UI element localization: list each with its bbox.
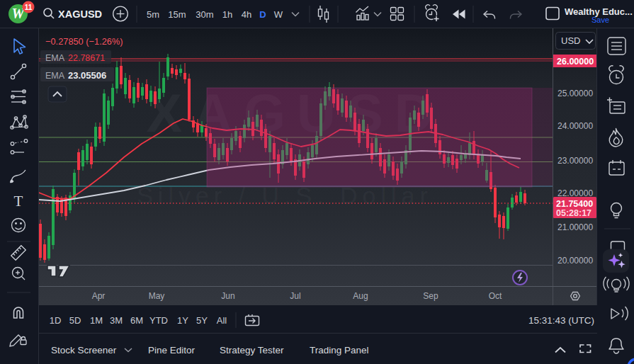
svg-text:Pine Editor: Pine Editor — [148, 345, 196, 356]
svg-text:30m: 30m — [196, 9, 213, 20]
svg-text:20.00000: 20.00000 — [557, 256, 593, 266]
svg-text:5m: 5m — [147, 9, 159, 20]
svg-text:Sep: Sep — [423, 291, 438, 301]
svg-text:6M: 6M — [130, 315, 143, 326]
svg-text:D: D — [259, 9, 266, 20]
svg-text:22.78671: 22.78671 — [68, 53, 105, 63]
svg-text:XAGUSD: XAGUSD — [58, 8, 102, 20]
svg-text:21.75400: 21.75400 — [556, 199, 593, 209]
svg-text:Oct: Oct — [489, 291, 502, 301]
svg-text:1Y: 1Y — [177, 315, 188, 326]
svg-text:W: W — [274, 9, 283, 20]
svg-text:23.05506: 23.05506 — [68, 70, 106, 81]
svg-text:EMA: EMA — [45, 53, 65, 63]
svg-text:26.00000: 26.00000 — [557, 57, 594, 67]
svg-text:All: All — [217, 315, 227, 326]
svg-text:Stock Screener: Stock Screener — [51, 345, 117, 356]
svg-text:Jul: Jul — [290, 291, 300, 301]
svg-text:05:28:17: 05:28:17 — [556, 208, 591, 218]
svg-text:1M: 1M — [90, 315, 103, 326]
svg-text:25.00000: 25.00000 — [557, 89, 593, 98]
svg-text:5Y: 5Y — [196, 315, 208, 326]
svg-text:23.00000: 23.00000 — [557, 156, 593, 166]
svg-text:1D: 1D — [50, 315, 62, 326]
svg-text:5D: 5D — [69, 315, 81, 326]
svg-text:Save: Save — [591, 16, 609, 24]
svg-text:4h: 4h — [242, 9, 251, 20]
svg-text:21.00000: 21.00000 — [557, 222, 593, 232]
svg-text:22.00000: 22.00000 — [557, 188, 593, 198]
svg-text:Aug: Aug — [353, 291, 368, 301]
svg-text:Apr: Apr — [92, 291, 106, 301]
svg-text:1h: 1h — [222, 9, 232, 20]
svg-text:T: T — [14, 193, 23, 210]
svg-text:3M: 3M — [110, 315, 123, 326]
svg-text:Strategy Tester: Strategy Tester — [220, 345, 284, 356]
svg-text:USD: USD — [561, 35, 580, 46]
svg-text:EMA: EMA — [45, 71, 65, 81]
svg-text:24.00000: 24.00000 — [557, 121, 593, 131]
svg-text:Trading Panel: Trading Panel — [310, 345, 369, 356]
svg-text:Jun: Jun — [221, 291, 234, 301]
svg-text:−0.27850 (−1.26%): −0.27850 (−1.26%) — [45, 36, 123, 47]
svg-text:15:31:43 (UTC): 15:31:43 (UTC) — [528, 315, 594, 326]
svg-text:11: 11 — [25, 4, 33, 11]
svg-text:15m: 15m — [168, 9, 186, 20]
svg-text:May: May — [149, 291, 165, 301]
svg-text:YTD: YTD — [149, 315, 168, 326]
